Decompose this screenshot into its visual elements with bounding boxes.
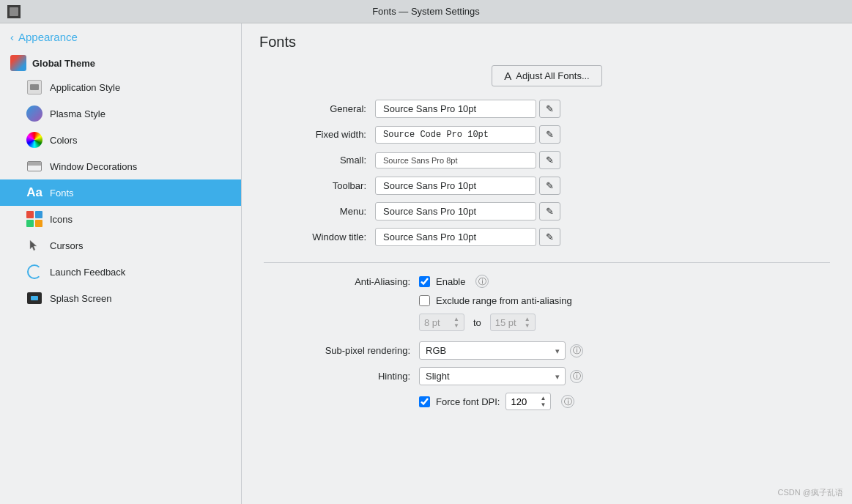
range-to-label: to — [473, 317, 481, 328]
icons-icon — [26, 211, 42, 227]
force-dpi-row: Force font DPI: ▲▼ ⓘ — [419, 393, 830, 410]
fonts-label: Fonts — [50, 188, 74, 199]
small-font-value: Source Sans Pro 8pt — [375, 152, 536, 168]
exclude-range-row: Exclude range from anti-aliasing — [419, 295, 830, 306]
back-label: Appearance — [18, 31, 78, 43]
small-font-edit-button[interactable]: ✎ — [539, 151, 560, 169]
general-font-edit-button[interactable]: ✎ — [539, 100, 560, 118]
cursors-icon — [26, 237, 42, 253]
sub-pixel-select[interactable]: RGB BGR V-RGB V-BGR None — [419, 341, 566, 360]
hinting-row: Hinting: None Slight Medium Full ⓘ — [264, 367, 830, 385]
window-title-font-row: Window title: Source Sans Pro 10pt ✎ — [264, 228, 830, 246]
icons-label: Icons — [50, 214, 73, 225]
menu-font-value: Source Sans Pro 10pt — [375, 202, 536, 220]
small-font-row: Small: Source Sans Pro 8pt ✎ — [264, 151, 830, 169]
app-icon — [7, 5, 21, 18]
svg-marker-1 — [30, 240, 37, 251]
sidebar-item-application-style[interactable]: Application Style — [0, 74, 241, 100]
titlebar: Fonts — System Settings — [0, 0, 852, 23]
force-dpi-checkbox[interactable] — [419, 396, 430, 407]
window-title: Fonts — System Settings — [372, 6, 480, 17]
splash-screen-label: Splash Screen — [50, 293, 112, 304]
application-style-label: Application Style — [50, 82, 120, 93]
sidebar-item-global-theme[interactable]: Global Theme — [0, 51, 241, 74]
sub-pixel-row: Sub-pixel rendering: RGB BGR V-RGB V-BGR… — [264, 341, 830, 360]
sidebar-item-cursors[interactable]: Cursors — [0, 232, 241, 259]
toolbar-font-label: Toolbar: — [264, 180, 366, 191]
general-font-label: General: — [264, 103, 366, 114]
fixed-width-font-label: Fixed width: — [264, 129, 366, 140]
sidebar: ‹ Appearance Global Theme Application St… — [0, 23, 242, 504]
window-dec-icon — [26, 158, 42, 174]
window-decorations-label: Window Decorations — [50, 161, 137, 172]
app-style-icon — [26, 79, 42, 95]
range-from-input[interactable] — [424, 317, 451, 328]
sidebar-item-icons[interactable]: Icons — [0, 206, 241, 232]
sidebar-item-launch-feedback[interactable]: Launch Feedback — [0, 259, 241, 285]
content-area: Fonts A Adjust All Fonts... General: Sou… — [242, 23, 852, 504]
fonts-icon: Aa — [26, 185, 42, 201]
force-dpi-info-icon[interactable]: ⓘ — [561, 395, 574, 408]
small-font-label: Small: — [264, 155, 366, 166]
window-title-font-label: Window title: — [264, 231, 366, 242]
page-title: Fonts — [242, 23, 852, 58]
adjust-all-fonts-button[interactable]: A Adjust All Fonts... — [492, 65, 601, 86]
menu-font-row: Menu: Source Sans Pro 10pt ✎ — [264, 202, 830, 220]
general-font-value: Source Sans Pro 10pt — [375, 100, 536, 118]
fixed-width-font-row: Fixed width: Source Code Pro 10pt ✎ — [264, 125, 830, 144]
exclude-range-checkbox[interactable] — [419, 295, 430, 306]
exclude-range-label: Exclude range from anti-aliasing — [436, 295, 572, 306]
adjust-fonts-icon: A — [504, 70, 511, 82]
adjust-all-label: Adjust All Fonts... — [516, 70, 589, 81]
back-button[interactable]: ‹ Appearance — [0, 23, 241, 51]
colors-label: Colors — [50, 135, 78, 146]
launch-icon — [26, 264, 42, 280]
toolbar-font-edit-button[interactable]: ✎ — [539, 177, 560, 195]
launch-feedback-label: Launch Feedback — [50, 267, 125, 278]
hinting-select[interactable]: None Slight Medium Full — [419, 367, 566, 385]
divider — [264, 262, 830, 263]
menu-font-label: Menu: — [264, 206, 366, 217]
force-dpi-input[interactable] — [511, 396, 537, 407]
sub-pixel-info-icon[interactable]: ⓘ — [570, 344, 583, 357]
anti-aliasing-row: Anti-Aliasing: Enable ⓘ — [264, 275, 830, 288]
global-theme-icon — [10, 55, 26, 71]
window-title-font-value: Source Sans Pro 10pt — [375, 228, 536, 246]
colors-icon — [26, 132, 42, 148]
window-title-font-edit-button[interactable]: ✎ — [539, 228, 560, 246]
fixed-width-font-value: Source Code Pro 10pt — [375, 126, 536, 144]
splash-icon — [26, 290, 42, 306]
force-dpi-label: Force font DPI: — [436, 396, 500, 407]
sub-pixel-label: Sub-pixel rendering: — [264, 345, 410, 356]
watermark: CSDN @疯子乱语 — [778, 487, 843, 498]
sidebar-item-colors[interactable]: Colors — [0, 127, 241, 153]
anti-aliasing-info-icon[interactable]: ⓘ — [475, 275, 489, 288]
anti-aliasing-label: Anti-Aliasing: — [264, 276, 410, 287]
fixed-width-font-edit-button[interactable]: ✎ — [539, 125, 560, 144]
anti-aliasing-checkbox[interactable] — [419, 276, 430, 287]
anti-aliasing-enable-label: Enable — [436, 276, 465, 287]
sidebar-item-window-decorations[interactable]: Window Decorations — [0, 153, 241, 179]
cursors-label: Cursors — [50, 240, 84, 251]
hinting-label: Hinting: — [264, 371, 410, 382]
sidebar-item-splash-screen[interactable]: Splash Screen — [0, 285, 241, 311]
sidebar-item-plasma-style[interactable]: Plasma Style — [0, 100, 241, 127]
toolbar-font-value: Source Sans Pro 10pt — [375, 177, 536, 195]
menu-font-edit-button[interactable]: ✎ — [539, 202, 560, 220]
general-font-row: General: Source Sans Pro 10pt ✎ — [264, 100, 830, 118]
range-inputs-row: ▲▼ to ▲▼ — [419, 314, 830, 331]
sidebar-item-fonts[interactable]: Aa Fonts — [0, 179, 241, 206]
back-icon: ‹ — [10, 31, 14, 43]
svg-rect-0 — [10, 7, 18, 16]
hinting-info-icon[interactable]: ⓘ — [570, 370, 583, 383]
plasma-style-label: Plasma Style — [50, 108, 105, 119]
global-theme-label: Global Theme — [32, 58, 95, 69]
plasma-style-icon — [26, 105, 42, 122]
toolbar-font-row: Toolbar: Source Sans Pro 10pt ✎ — [264, 177, 830, 195]
range-to-input[interactable] — [495, 317, 522, 328]
